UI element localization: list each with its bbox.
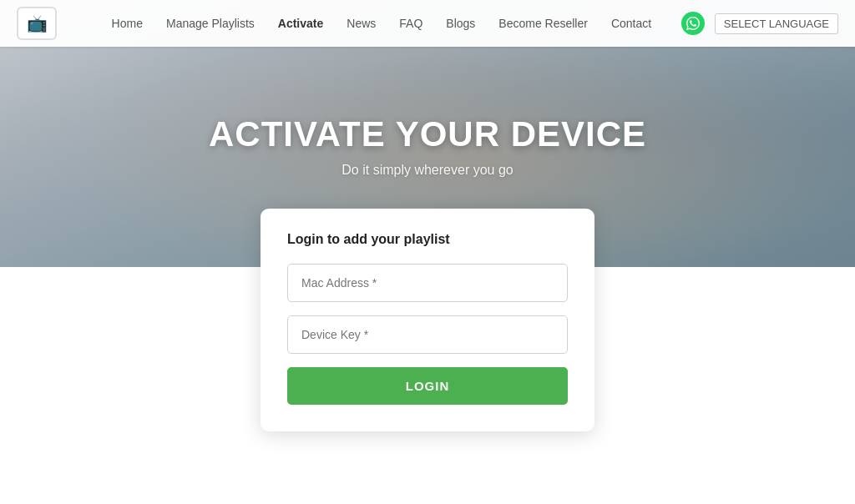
hero-content: ACTIVATE YOUR DEVICE Do it simply wherev… — [209, 114, 646, 178]
nav-links: Home Manage Playlists Activate News FAQ … — [82, 17, 681, 30]
bottom-section: Login to add your playlist LOGIN — [0, 267, 855, 504]
nav-become-reseller[interactable]: Become Reseller — [498, 17, 588, 30]
nav-manage-playlists[interactable]: Manage Playlists — [166, 17, 255, 30]
hero-title: ACTIVATE YOUR DEVICE — [209, 114, 646, 154]
login-card: Login to add your playlist LOGIN — [261, 209, 594, 431]
nav-blogs[interactable]: Blogs — [446, 17, 475, 30]
device-key-input[interactable] — [287, 315, 568, 354]
mac-address-input[interactable] — [287, 264, 568, 302]
nav-contact[interactable]: Contact — [611, 17, 651, 30]
login-card-title: Login to add your playlist — [287, 232, 568, 247]
select-language-button[interactable]: SELECT LANGUAGE — [715, 13, 838, 34]
navbar: 📺 Home Manage Playlists Activate News FA… — [0, 0, 855, 47]
tv-icon: 📺 — [27, 15, 48, 32]
whatsapp-icon[interactable] — [681, 12, 705, 35]
nav-faq[interactable]: FAQ — [399, 17, 422, 30]
logo-box: 📺 — [17, 7, 57, 40]
nav-news[interactable]: News — [347, 17, 376, 30]
nav-activate[interactable]: Activate — [278, 17, 323, 30]
nav-home[interactable]: Home — [112, 17, 143, 30]
login-button[interactable]: LOGIN — [287, 367, 568, 405]
logo[interactable]: 📺 — [17, 7, 57, 40]
nav-right: SELECT LANGUAGE — [681, 12, 838, 35]
hero-subtitle: Do it simply wherever you go — [209, 163, 646, 178]
